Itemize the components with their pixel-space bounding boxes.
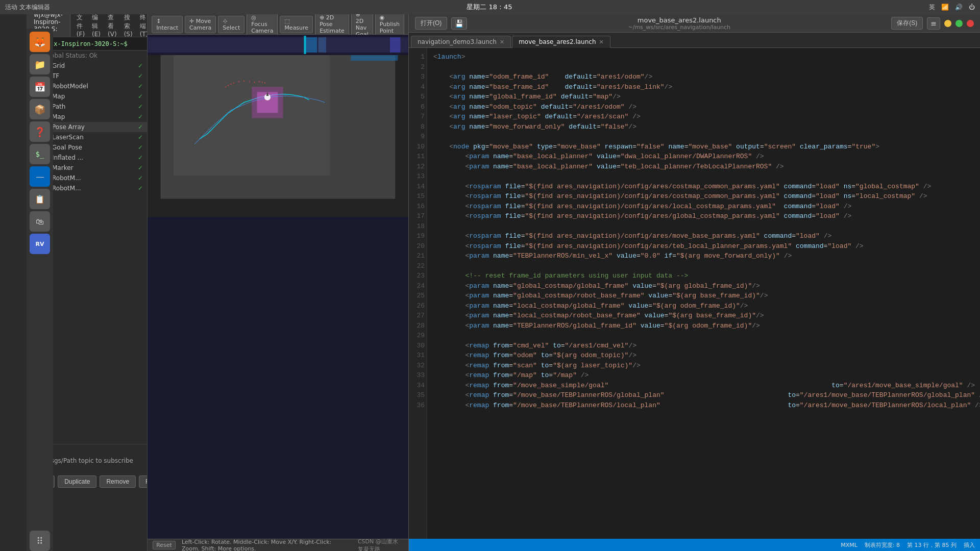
- close-btn[interactable]: [967, 20, 974, 27]
- editor-title-right: 保存(S) ≡: [891, 17, 974, 30]
- taskbar-firefox[interactable]: 🦊: [30, 32, 50, 52]
- taskbar-rviz[interactable]: RV: [30, 234, 50, 254]
- maximize-btn[interactable]: [955, 20, 963, 27]
- wifi-icon: 📶: [941, 4, 949, 11]
- svg-point-8: [225, 86, 226, 87]
- publish-btn[interactable]: ◉ Publish Point: [375, 12, 404, 36]
- taskbar-calendar[interactable]: 📅: [30, 77, 50, 97]
- top-bar: 活动 文本编辑器 星期二 18：45 英 📶 🔊 ⏻: [0, 0, 980, 14]
- editor-tabs: navigation_demo3.launch ✕ move_base_ares…: [409, 33, 980, 48]
- rviz-statusbar: Reset Left-Click: Rotate. Middle-Click: …: [148, 539, 408, 551]
- menu-terminal[interactable]: 终端(T): [140, 14, 148, 38]
- taskbar-store[interactable]: 🛍: [30, 211, 50, 232]
- taskbar-vscode[interactable]: ⸻: [30, 166, 50, 187]
- editor-statusbar: MXML 制表符宽度: 8 第 13 行，第 85 列 插入: [409, 539, 980, 551]
- editor-title-center: move_base_ares2.launch ~/ms_ws/src/ares_…: [628, 16, 730, 31]
- svg-point-9: [228, 85, 229, 86]
- svg-point-15: [254, 82, 255, 83]
- taskbar-todos[interactable]: 📋: [30, 189, 50, 209]
- svg-point-13: [243, 81, 244, 82]
- taskbar-software[interactable]: 📦: [30, 99, 50, 119]
- activities-label[interactable]: 活动 文本编辑器: [5, 3, 50, 12]
- svg-point-18: [264, 82, 265, 83]
- top-bar-clock: 星期二 18：45: [467, 3, 512, 12]
- reset-btn[interactable]: Reset: [153, 541, 176, 549]
- open-btn[interactable]: 打开(O): [415, 17, 447, 30]
- taskbar-help[interactable]: ❓: [30, 121, 50, 142]
- indent-indicator: 制表符宽度: 8: [865, 541, 900, 549]
- select-btn[interactable]: ⊹ Select: [218, 16, 244, 33]
- map-area[interactable]: [148, 35, 408, 539]
- svg-rect-20: [148, 37, 408, 53]
- mode-indicator: 插入: [964, 541, 975, 549]
- top-bar-right: 英 📶 🔊 ⏻: [929, 3, 975, 12]
- save-icon-btn[interactable]: 💾: [451, 17, 467, 30]
- power-icon: ⏻: [969, 4, 975, 11]
- svg-point-14: [249, 81, 250, 82]
- focus-btn[interactable]: ◎ Focus Camera: [247, 12, 278, 36]
- line-numbers: 12345 678910 1112131415 1617181920 21222…: [409, 48, 427, 539]
- duplicate-button[interactable]: Duplicate: [58, 475, 96, 488]
- format-indicator: MXML: [841, 542, 857, 548]
- code-area[interactable]: 12345 678910 1112131415 1617181920 21222…: [409, 48, 980, 539]
- taskbar-appgrid[interactable]: ⠿: [30, 531, 50, 551]
- taskbar-files[interactable]: 📁: [30, 54, 50, 74]
- csdn-label: CSDN @山重水复凝无路: [358, 538, 403, 552]
- hint-text: Left-Click: Rotate. Middle-Click: Move X…: [182, 539, 346, 552]
- move-camera-btn[interactable]: ✛ Move Camera: [185, 16, 216, 33]
- svg-point-17: [262, 82, 263, 83]
- editor-toolbar-left: 打开(O) 💾: [415, 17, 467, 30]
- remove-button[interactable]: Remove: [100, 475, 136, 488]
- editor-title: move_base_ares2.launch: [628, 16, 730, 24]
- top-bar-left: 活动 文本编辑器: [5, 3, 50, 12]
- lang-indicator[interactable]: 英: [929, 3, 935, 12]
- rename-button[interactable]: Rename: [139, 475, 148, 488]
- menu-view[interactable]: 查看(V): [108, 14, 117, 38]
- tab-navigation-demo[interactable]: navigation_demo3.launch ✕: [411, 36, 511, 47]
- tab-move-base-ares2[interactable]: move_base_ares2.launch ✕: [512, 36, 610, 48]
- 2dpose-btn[interactable]: ⊕ 2D Pose Estimate: [315, 12, 349, 36]
- terminal-menu: 文件(F) 编辑(E) 查看(V) 搜索(S) 终端(T) 帮助(H): [70, 14, 148, 38]
- code-content[interactable]: <launch> <arg name="odom_frame_id" defau…: [427, 48, 980, 539]
- menu-file[interactable]: 文件(F): [77, 14, 85, 38]
- svg-point-12: [238, 81, 239, 82]
- taskbar-terminal[interactable]: $_: [30, 144, 50, 164]
- menu-edit[interactable]: 编辑(E): [92, 14, 101, 38]
- editor-subtitle: ~/ms_ws/src/ares_navigation/launch: [628, 24, 730, 31]
- svg-point-11: [233, 82, 234, 83]
- interact-btn[interactable]: ↕ Interact: [152, 16, 183, 33]
- menu-search[interactable]: 搜索(S): [124, 14, 133, 38]
- svg-point-16: [259, 81, 260, 82]
- map-svg: [148, 35, 408, 217]
- taskbar: 🦊 📁 📅 📦 ❓ $_ ⸻ 📋 🛍 RV ⠿: [27, 29, 53, 551]
- svg-point-10: [231, 84, 232, 85]
- save-btn[interactable]: 保存(S): [891, 17, 923, 30]
- measure-btn[interactable]: ⬚ Measure: [280, 16, 313, 33]
- rviz-toolbar: ↕ Interact ✛ Move Camera ⊹ Select ◎ Focu…: [148, 14, 408, 35]
- position-indicator: 第 13 行，第 85 列: [907, 541, 957, 549]
- minimap-bar: [148, 35, 408, 55]
- minimize-btn[interactable]: [944, 20, 951, 27]
- tab-close-1[interactable]: ✕: [500, 39, 504, 45]
- svg-rect-24: [304, 36, 306, 54]
- sound-icon: 🔊: [955, 4, 963, 11]
- editor-titlebar: 打开(O) 💾 move_base_ares2.launch ~/ms_ws/s…: [409, 14, 980, 33]
- tab-close-2[interactable]: ✕: [599, 39, 604, 45]
- menu-icon[interactable]: ≡: [927, 17, 940, 30]
- text-editor: 打开(O) 💾 move_base_ares2.launch ~/ms_ws/s…: [408, 14, 980, 551]
- svg-rect-22: [318, 37, 326, 53]
- rviz-main: ↕ Interact ✛ Move Camera ⊹ Select ◎ Focu…: [148, 14, 408, 551]
- svg-rect-23: [390, 37, 400, 53]
